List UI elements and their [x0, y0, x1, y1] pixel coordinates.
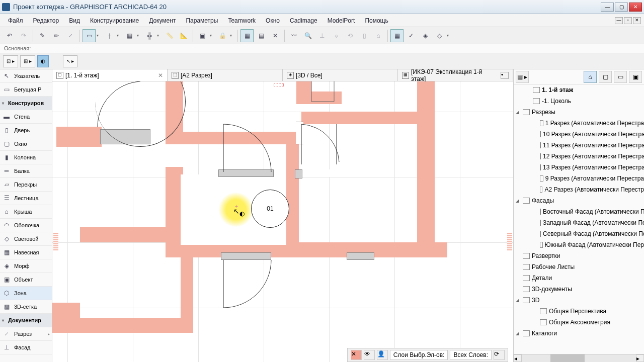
tool-stair[interactable]: ☰Лестница [0, 192, 52, 205]
nav-3d-docs[interactable]: 3D-документы [514, 284, 644, 295]
rotate-btn[interactable]: ⟲ [344, 29, 357, 42]
scroll-thumb[interactable] [550, 354, 585, 362]
tool-skylight[interactable]: ◇Световой [0, 232, 52, 246]
qo-icon-3[interactable]: 👤 [377, 350, 388, 360]
nav-view-map[interactable]: ▢ [599, 71, 612, 83]
nav-project-map[interactable]: ⌂ [584, 71, 597, 83]
qo-layer-all[interactable]: Всех Слоев: [450, 350, 492, 360]
lock-btn[interactable]: 🔒 [216, 29, 229, 42]
nav-section-item[interactable]: 11 Разрез (Автоматически Перестра [514, 140, 644, 151]
nav-sections-header[interactable]: ◢Разрезы [514, 107, 644, 118]
tool-curtain[interactable]: ▦Навесная [0, 246, 52, 259]
tool-arrow[interactable]: ↖Указатель [0, 69, 52, 83]
left-handle[interactable] [53, 232, 58, 250]
nav-section-item[interactable]: 12 Разрез (Автоматически Перестра [514, 151, 644, 162]
navigator-tree[interactable]: 1. 1-й этаж -1. Цоколь ◢Разрезы 1 Разрез… [514, 84, 644, 354]
offset-btn[interactable]: ⟐ [330, 29, 343, 42]
nav-facade-item[interactable]: Восточный Фасад (Автоматически П [514, 206, 644, 217]
tool-morph[interactable]: ◈Морф [0, 259, 52, 273]
maximize-button[interactable]: ▢ [615, 3, 628, 12]
tool-door[interactable]: ▯Дверь [0, 124, 52, 137]
undo-button[interactable]: ↶ [3, 29, 16, 42]
scroll-left[interactable]: ◂ [514, 354, 522, 362]
publish-btn[interactable]: ◇ [433, 29, 446, 42]
menu-construct[interactable]: Конструирование [85, 15, 144, 26]
tool-window[interactable]: ▢Окно [0, 137, 52, 151]
close-button[interactable]: ✕ [629, 3, 642, 12]
spline-btn[interactable]: 〰 [287, 29, 300, 42]
nav-razvertki[interactable]: Развертки [514, 250, 644, 261]
grid-snap[interactable]: ▦ [123, 29, 136, 42]
nav-section-item[interactable]: 13 Разрез (Автоматически Перестра [514, 162, 644, 173]
mirror-btn[interactable]: ▯ [358, 29, 371, 42]
ruler-tool[interactable]: 📏 [163, 29, 176, 42]
tool-beam[interactable]: ═Балка [0, 164, 52, 178]
minimize-button[interactable]: — [601, 3, 614, 12]
align-btn[interactable]: ⊥ [315, 29, 329, 42]
qo-icon-1[interactable]: ✕ [351, 350, 362, 360]
zone-stamp[interactable]: 01 [251, 190, 289, 228]
nav-facade-item[interactable]: Южный Фасад (Автоматически Пер [514, 239, 644, 250]
nav-facades-header[interactable]: ◢Фасады [514, 195, 644, 206]
layers-btn[interactable]: ▣ [196, 29, 209, 42]
trace-x-btn[interactable]: ✕ [269, 29, 282, 42]
geometry-method-3[interactable]: ◐ [37, 55, 49, 67]
snap-mode[interactable]: ⟊ [103, 29, 116, 42]
navigator-hscroll[interactable]: ◂ ▸ [514, 354, 644, 362]
eyedrop-tool[interactable]: ✏ [50, 29, 63, 42]
bim-btn[interactable]: ◈ [419, 29, 432, 42]
inner-minimize[interactable]: — [615, 17, 623, 24]
tool-wall[interactable]: ▬Стена [0, 110, 52, 124]
find-btn[interactable]: 🔍 [301, 29, 314, 42]
tool-column[interactable]: ▮Колонна [0, 151, 52, 164]
nav-floor1[interactable]: 1. 1-й этаж [514, 84, 644, 96]
scroll-right[interactable]: ▸ [636, 354, 644, 362]
geometry-method-1[interactable]: ⊡ ▸ [3, 55, 18, 67]
toolbox-section-design[interactable]: ▾Конструиров [0, 97, 52, 110]
nav-floor-neg1[interactable]: -1. Цоколь [514, 96, 644, 107]
qo-refresh[interactable]: ⟳ [494, 350, 505, 360]
trace-btn[interactable]: ▦ [240, 29, 254, 42]
tool-marquee[interactable]: ▭Бегущая Р [0, 83, 52, 97]
tool-mesh[interactable]: ▩3D-сетка [0, 300, 52, 314]
menu-document[interactable]: Документ [144, 15, 181, 26]
tool-section[interactable]: ⟋Разрез▸ [0, 327, 52, 341]
cursor-mode[interactable]: ▭ [83, 29, 96, 42]
menu-modelport[interactable]: ModelPort [323, 15, 360, 26]
menu-teamwork[interactable]: Teamwork [223, 15, 261, 26]
inner-restore[interactable]: ▫ [624, 17, 632, 24]
home-btn[interactable]: ⌂ [372, 29, 385, 42]
tool-elevation[interactable]: ⊥Фасад [0, 341, 52, 354]
geometry-method-2[interactable]: ⊞ ▸ [20, 55, 35, 67]
tab-floor1[interactable]: ▢ [1. 1-й этаж] ✕ [52, 69, 168, 81]
view-dropdown[interactable]: ▾ [501, 72, 509, 79]
pick-tool[interactable]: ✎ [36, 29, 49, 42]
qo-icon-2[interactable]: 👁 [364, 350, 375, 360]
tool-zone[interactable]: ⬡Зона [0, 287, 52, 300]
tool-shell[interactable]: ◠Оболочка [0, 219, 52, 232]
nav-facade-item[interactable]: Западный Фасад (Автоматически Пе [514, 217, 644, 228]
nav-details[interactable]: Детали [514, 273, 644, 284]
nav-3d-persp[interactable]: Общая Перспектива [514, 306, 644, 317]
menu-help[interactable]: Помощь [360, 15, 393, 26]
trace-ref-btn[interactable]: ▤ [255, 29, 268, 42]
nav-3d-header[interactable]: ◢3D [514, 295, 644, 306]
tab-schedule[interactable]: ▦ [ИКЭ-07 Экспликация 1-й этаж] ▾ [398, 69, 513, 81]
arrow-mode[interactable]: ↖ ▸ [63, 55, 78, 67]
redo-button[interactable]: ↷ [17, 29, 30, 42]
grid-display[interactable]: ╬ [143, 29, 156, 42]
nav-section-item[interactable]: 1 Разрез (Автоматически Перестра [514, 118, 644, 129]
nav-section-item[interactable]: 10 Разрез (Автоматически Перестра [514, 129, 644, 140]
qo-layer-sel[interactable]: Слои Выбр.Эл-ов: [390, 350, 448, 360]
menu-editor[interactable]: Редактор [28, 15, 64, 26]
nav-section-item[interactable]: А2 Разрез (Автоматически Перестр [514, 184, 644, 195]
menu-window[interactable]: Окно [261, 15, 285, 26]
menu-parameters[interactable]: Параметры [181, 15, 223, 26]
menu-cadimage[interactable]: Cadimage [285, 15, 323, 26]
render-btn[interactable]: ✓ [405, 29, 418, 42]
nav-publisher[interactable]: ▣ [629, 71, 642, 83]
measure-tool[interactable]: 📐 [177, 29, 190, 42]
nav-layout-book[interactable]: ▭ [614, 71, 627, 83]
nav-worksheets[interactable]: Рабочие Листы [514, 261, 644, 273]
tool-roof[interactable]: ⌂Крыша [0, 205, 52, 219]
